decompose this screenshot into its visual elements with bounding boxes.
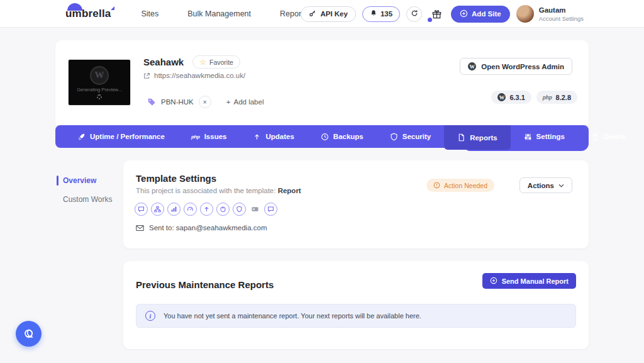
wp-version: 6.3.1: [509, 94, 525, 101]
tab-label: Backups: [333, 133, 364, 140]
chat-widget-button[interactable]: [16, 321, 42, 347]
tab-updates[interactable]: Updates: [240, 125, 307, 148]
trash-icon: [591, 133, 599, 141]
send-button-label: Send Manual Report: [502, 277, 569, 285]
shield-icon: [390, 133, 398, 141]
sitemap-icon[interactable]: [151, 203, 164, 216]
template-settings-card: Template Settings This project is associ…: [123, 160, 589, 249]
user-name: Gautam: [539, 6, 584, 14]
comment-icon[interactable]: [264, 203, 277, 216]
subtitle-prefix: This project is associated with the temp…: [136, 187, 278, 194]
refresh-icon: [411, 8, 418, 20]
tag-icon: [147, 98, 156, 106]
site-thumbnail: W Generating Preview...: [68, 59, 131, 106]
tab-reports[interactable]: Reports: [444, 125, 510, 150]
refresh-button[interactable]: [406, 6, 422, 22]
account-menu[interactable]: Gautam Account Settings: [516, 5, 584, 23]
gift-button[interactable]: [428, 6, 445, 22]
bell-icon: [370, 9, 377, 18]
wordpress-version-badge: W 6.3.1: [491, 91, 531, 104]
tab-label: Issues: [204, 133, 227, 140]
php-version-badge: php 8.2.8: [536, 91, 577, 104]
open-admin-label: Open WordPress Admin: [481, 63, 564, 70]
tab-security[interactable]: Security: [377, 125, 444, 148]
empty-state-message: You have not yet sent a maintenance repo…: [164, 312, 421, 320]
action-needed-badge[interactable]: Action Needed: [426, 179, 494, 192]
chat-bubble-icon: [23, 328, 35, 340]
api-key-label: API Key: [320, 10, 347, 18]
tab-uptime-performance[interactable]: Uptime / Performance: [64, 125, 178, 148]
send-manual-report-button[interactable]: Send Manual Report: [482, 273, 576, 289]
subnav-item-custom-works[interactable]: Custom Works: [57, 193, 112, 206]
gauge-icon[interactable]: [184, 203, 197, 216]
site-url: https://seahawkmedia.co.uk/: [154, 72, 245, 79]
template-settings-header: Template Settings This project is associ…: [136, 173, 301, 194]
top-navbar: umbrella Sites Bulk Management Reports A…: [0, 0, 644, 28]
label-tag: PBN-HUK: [161, 98, 194, 106]
main-nav: Sites Bulk Management Reports: [141, 9, 307, 18]
rocket-icon: [77, 133, 86, 141]
shield-heart-icon[interactable]: [233, 203, 246, 216]
action-needed-label: Action Needed: [444, 182, 487, 189]
power-icon[interactable]: [216, 203, 230, 216]
update-arrow-icon[interactable]: [200, 203, 213, 216]
info-icon: i: [145, 311, 155, 321]
star-icon: ☆: [199, 58, 206, 67]
add-site-label: Add Site: [472, 10, 501, 18]
section-subnav: Overview Custom Works: [57, 174, 112, 206]
spinner-icon: [97, 94, 102, 99]
tab-label: Settings: [536, 133, 565, 140]
api-key-button[interactable]: API Key: [301, 6, 355, 22]
empty-state-banner: i You have not yet sent a maintenance re…: [136, 304, 576, 328]
site-tabbar: Uptime / Performance php Issues Updates …: [55, 125, 589, 148]
bar-chart-icon[interactable]: [167, 203, 180, 216]
open-wordpress-admin-button[interactable]: W Open WordPress Admin: [460, 58, 572, 75]
tab-backups[interactable]: Backups: [308, 125, 377, 148]
add-site-button[interactable]: Add Site: [451, 6, 510, 23]
comment-icon[interactable]: [135, 203, 148, 216]
plus-circle-icon: [460, 9, 468, 19]
arrow-up-icon: [253, 133, 261, 141]
wordpress-icon: W: [497, 93, 506, 101]
template-section-icons: [135, 203, 277, 216]
card-title: Template Settings: [136, 173, 301, 184]
user-subtitle: Account Settings: [539, 15, 584, 22]
template-subtitle: This project is associated with the temp…: [136, 187, 301, 194]
alert-circle-icon: [433, 182, 440, 189]
remove-label-button[interactable]: ×: [199, 96, 211, 108]
thumbnail-status: Generating Preview...: [77, 87, 122, 92]
tab-settings[interactable]: Settings: [511, 125, 578, 148]
favorite-label: Favorite: [209, 59, 233, 66]
sliders-icon: [524, 133, 532, 141]
tab-delete[interactable]: Delete: [578, 125, 639, 148]
wordpress-icon: W: [468, 62, 476, 70]
tab-label: Security: [402, 133, 431, 140]
mail-icon: [136, 225, 144, 232]
subnav-item-overview[interactable]: Overview: [57, 174, 112, 187]
document-icon: [457, 133, 465, 142]
favorite-button[interactable]: ☆ Favorite: [192, 55, 240, 69]
tab-issues[interactable]: php Issues: [178, 125, 240, 148]
umbrella-logo[interactable]: umbrella: [65, 8, 111, 20]
site-title-row: Seahawk ☆ Favorite: [143, 55, 240, 69]
site-url-link[interactable]: https://seahawkmedia.co.uk/: [143, 72, 245, 79]
umbrella-dome-icon: [67, 3, 82, 11]
maintenance-reports-card: Previous Maintenance Reports Send Manual…: [123, 261, 589, 349]
notifications-button[interactable]: 135: [362, 6, 400, 22]
php-version: 8.2.8: [556, 94, 571, 101]
tab-label: Delete: [604, 133, 626, 140]
app-screen: umbrella Sites Bulk Management Reports A…: [0, 0, 644, 363]
card-icon[interactable]: [249, 203, 261, 216]
avatar: [516, 5, 534, 23]
actions-label: Actions: [528, 182, 554, 189]
actions-dropdown-button[interactable]: Actions: [519, 177, 572, 193]
version-badges: W 6.3.1 php 8.2.8: [491, 91, 577, 104]
nav-item-sites[interactable]: Sites: [141, 9, 158, 18]
add-label-button[interactable]: + Add label: [226, 98, 264, 106]
chevron-down-icon: [558, 182, 564, 189]
plus-circle-icon: [490, 277, 497, 286]
wordpress-logo-icon: W: [90, 66, 109, 85]
nav-item-bulk-management[interactable]: Bulk Management: [187, 9, 251, 18]
navbar-actions: API Key 135: [301, 0, 584, 28]
external-link-icon: [143, 72, 150, 79]
